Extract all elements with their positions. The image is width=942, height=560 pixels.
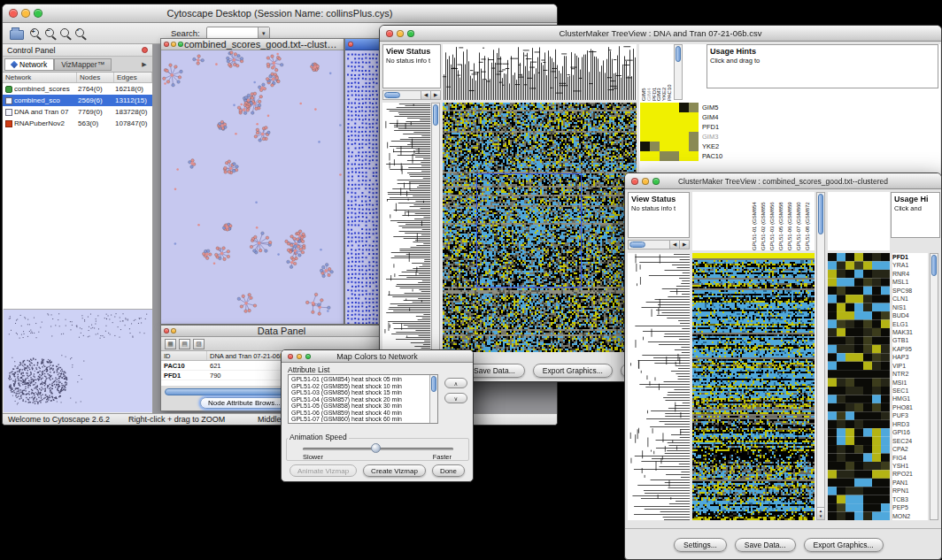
gene-label[interactable]: NIS1 <box>892 303 928 311</box>
grid-network-canvas[interactable] <box>345 50 382 324</box>
gene-label[interactable]: KAP95 <box>892 345 928 353</box>
vscrollbar-genes[interactable] <box>431 103 440 352</box>
close-button[interactable] <box>9 9 18 18</box>
matrix-row-label[interactable]: GIM4 <box>702 112 722 122</box>
attribute-table-icon[interactable]: ▤ <box>179 339 190 349</box>
header-network[interactable]: Network <box>3 73 77 82</box>
matrix-row-label[interactable]: PAC10 <box>702 151 722 161</box>
matrix-icon[interactable]: ▨ <box>193 339 205 349</box>
dialog-button[interactable]: Animate Vizmap <box>290 464 357 477</box>
attribute-item[interactable]: GPL51-06 (GSM859) heat shock 40 min <box>290 410 429 417</box>
hscrollbar[interactable]: ◀▶ <box>382 90 441 100</box>
gene-label[interactable]: FIG4 <box>892 454 928 462</box>
gene-label[interactable]: RPN1 <box>892 487 928 495</box>
gene-label[interactable]: HAP3 <box>892 353 928 361</box>
gene-label[interactable]: YRA1 <box>892 261 928 269</box>
maximize-button[interactable] <box>652 178 660 185</box>
zoom-heatmap-canvas[interactable] <box>828 253 890 520</box>
header-edges[interactable]: Edges <box>114 73 152 82</box>
export-graphics-button[interactable]: Export Graphics... <box>804 538 884 552</box>
scroll-right-icon[interactable]: ▶ <box>679 241 689 249</box>
attribute-item[interactable]: GPL51-07 (GSM860) heat shock 60 min <box>290 416 429 422</box>
maximize-button[interactable] <box>34 9 42 18</box>
scroll-up-icon[interactable]: ▲ <box>819 509 822 513</box>
hscroll-thumb[interactable] <box>629 242 645 248</box>
attribute-item[interactable]: GPL51-01 (GSM854) heat shock 05 min <box>290 376 429 383</box>
maximize-button[interactable] <box>305 354 311 359</box>
move-down-button[interactable]: ∨ <box>444 393 467 403</box>
matrix-row-label[interactable]: GIM3 <box>702 132 722 142</box>
gene-label[interactable]: GTB1 <box>892 336 928 344</box>
list-vscrollbar[interactable] <box>429 375 437 423</box>
minimize-button[interactable] <box>397 30 404 37</box>
gene-label[interactable]: TCB3 <box>892 495 928 503</box>
close-icon[interactable] <box>164 42 169 47</box>
gene-dendrogram-canvas[interactable] <box>382 103 430 352</box>
export-graphics-button[interactable]: Export Graphics... <box>533 364 613 378</box>
scroll-left-icon[interactable]: ◀ <box>669 241 679 249</box>
matrix-row-label[interactable]: PFD1 <box>702 122 722 132</box>
zoom-out-icon[interactable] <box>45 28 54 37</box>
network-view-titlebar[interactable]: combined_scores_good.txt--cluste... <box>161 39 344 50</box>
gene-label[interactable]: CPA2 <box>892 445 928 453</box>
gene-label[interactable]: ELG1 <box>892 320 928 328</box>
save-data-button[interactable]: Save Data... <box>735 538 796 552</box>
network-row[interactable]: DNA and Tran 07 7769(0) 183728(0) <box>3 106 152 118</box>
network-row[interactable]: combined_sco 2569(6) 13112(15) <box>3 95 152 106</box>
vscrollbar-columns[interactable] <box>674 44 683 100</box>
select-attributes-icon[interactable]: ▦ <box>165 339 176 349</box>
treeview2-titlebar[interactable]: ClusterMaker TreeView : combined_scores_… <box>625 173 941 189</box>
column-label[interactable]: GIM5 <box>642 44 646 101</box>
column-label[interactable]: GIM3 <box>657 44 661 101</box>
gene-label[interactable]: MON2 <box>892 512 928 520</box>
vscroll-thumb[interactable] <box>676 46 681 62</box>
network-graph-canvas[interactable] <box>161 50 344 324</box>
gene-label[interactable]: HMG1 <box>892 395 928 403</box>
global-heatmap-canvas[interactable] <box>692 253 815 520</box>
attribute-item[interactable]: GPL51-04 (GSM857) heat shock 20 min <box>290 396 429 403</box>
gene-dendrogram-canvas[interactable] <box>628 253 690 520</box>
column-label[interactable]: GPL51-06 (GSM859 <box>787 192 795 250</box>
data-panel-titlebar[interactable]: Data Panel <box>161 326 382 337</box>
grid-network-titlebar[interactable] <box>345 39 382 50</box>
gene-label[interactable]: GPI16 <box>892 428 928 436</box>
attribute-item[interactable]: GPL51-05 (GSM858) heat shock 30 min <box>290 403 429 410</box>
close-button[interactable] <box>386 30 393 37</box>
gene-label[interactable]: MAK31 <box>892 328 928 336</box>
vscroll-thumb[interactable] <box>818 194 823 234</box>
id-column-header[interactable]: ID <box>161 351 207 360</box>
dialog-titlebar[interactable]: Map Colors to Network <box>282 350 473 363</box>
column-label[interactable]: GPL51-08 (GSM872 <box>805 192 813 250</box>
panel-close-icon[interactable] <box>142 47 148 53</box>
column-label[interactable]: GPL51-05 (GSM858 <box>778 192 786 250</box>
attribute-listbox[interactable]: GPL51-01 (GSM854) heat shock 05 minGPL51… <box>288 374 438 424</box>
matrix-row-label[interactable]: GIM5 <box>702 103 722 112</box>
column-label[interactable]: GPL51-03 (GSM856 <box>769 192 777 250</box>
gene-label[interactable]: PUF3 <box>892 411 928 419</box>
vscroll-thumb[interactable] <box>931 255 937 276</box>
settings-button[interactable]: Settings... <box>674 538 727 552</box>
minimize-button[interactable] <box>297 354 302 359</box>
zoom-selected-icon[interactable] <box>75 28 84 37</box>
gene-label[interactable]: SEC1 <box>892 387 928 395</box>
column-label[interactable]: PAC10 <box>668 44 672 101</box>
open-session-icon[interactable] <box>10 30 24 40</box>
scroll-right-icon[interactable]: ▶ <box>430 91 440 99</box>
scroll-left-icon[interactable]: ◀ <box>421 91 430 99</box>
column-label[interactable]: GPL51-07 (GSM860 <box>796 192 804 250</box>
gene-label[interactable]: SPC98 <box>892 287 928 295</box>
header-nodes[interactable]: Nodes <box>77 73 114 82</box>
speed-slider-thumb[interactable] <box>371 443 381 453</box>
minimize-icon[interactable] <box>171 328 176 334</box>
gene-label[interactable]: CLN1 <box>892 295 928 303</box>
scroll-down-icon[interactable]: ▼ <box>819 514 822 518</box>
minimize-button[interactable] <box>642 178 649 185</box>
column-label[interactable]: GIM4 <box>647 44 652 101</box>
correlation-matrix-canvas[interactable] <box>640 103 699 161</box>
gene-label[interactable]: VIP1 <box>892 362 928 370</box>
matrix-row-label[interactable]: YKE2 <box>702 142 722 151</box>
vscroll-thumb[interactable] <box>431 376 436 392</box>
maximize-button[interactable] <box>407 30 414 37</box>
treeview1-titlebar[interactable]: ClusterMaker TreeView : DNA and Tran 07-… <box>380 26 941 42</box>
hscroll-thumb[interactable] <box>384 92 400 98</box>
